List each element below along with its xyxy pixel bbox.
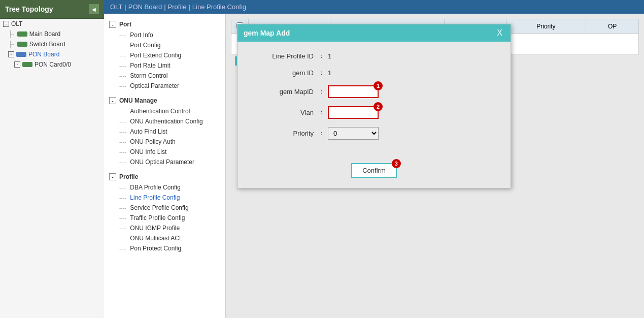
expand-profile-icon: - <box>109 173 116 180</box>
nav-item-port-extend[interactable]: Port Extend Config <box>104 50 225 60</box>
step-badge-2: 2 <box>374 102 383 111</box>
tree-label-mainboard: Main Board <box>29 30 60 38</box>
breadcrumb-sep3: | <box>188 3 190 11</box>
confirm-button[interactable]: Confirm <box>351 163 397 178</box>
gem-id-colon: ： <box>319 69 325 77</box>
breadcrumb-olt: OLT <box>110 3 122 11</box>
board-icon-switchboard <box>17 42 27 47</box>
main-area: OLT | PON Board | Profile | Line Profile… <box>104 0 644 318</box>
tree-item-mainboard[interactable]: ├· Main Board <box>0 29 104 39</box>
modal-title: gem Map Add <box>244 29 290 37</box>
nav-item-onu-policy[interactable]: ONU Policy Auth <box>104 137 225 147</box>
expand-icon-ponboard: + <box>8 51 14 57</box>
nav-item-line-profile[interactable]: Line Profile Config <box>104 193 225 203</box>
nav-item-traffic-profile[interactable]: Traffic Profile Config <box>104 213 225 223</box>
line-profile-id-colon: ： <box>319 52 325 60</box>
gem-map-add-modal: gem Map Add X Line Profile ID ： 1 <box>237 24 511 188</box>
form-row-vlan: Vlan ： 100 2 <box>253 106 495 119</box>
content-area: - Port Port Info Port Config Port Extend… <box>104 14 644 318</box>
form-row-line-profile-id: Line Profile ID ： 1 <box>253 52 495 60</box>
nav-item-dba-profile[interactable]: DBA Profile Config <box>104 182 225 193</box>
vlan-colon: ： <box>319 108 325 117</box>
gem-id-value: 1 <box>328 69 331 77</box>
board-icon-ponboard <box>16 52 26 57</box>
nav-item-optical-param[interactable]: Optical Parameter <box>104 81 225 91</box>
board-icon-poncard <box>22 62 32 67</box>
nav-item-onu-optical[interactable]: ONU Optical Parameter <box>104 157 225 167</box>
line-profile-id-value: 1 <box>328 52 331 60</box>
breadcrumb-sep2: | <box>164 3 165 11</box>
expand-icon-poncard: - <box>14 61 20 68</box>
tree-label-switchboard: Switch Board <box>29 41 65 48</box>
tree-item-ponboard[interactable]: + PON Board <box>0 49 104 59</box>
breadcrumb-ponboard: PON Board <box>128 3 162 11</box>
expand-onu-icon: - <box>109 97 116 104</box>
gem-id-label: gem ID <box>253 69 314 77</box>
breadcrumb: OLT | PON Board | Profile | Line Profile… <box>104 0 644 14</box>
nav-section-port-label: Port <box>119 21 131 28</box>
confirm-btn-wrapper: Confirm 3 <box>351 163 397 178</box>
sidebar: Tree Topology ◀ - OLT ├· Main Board ├· <box>0 0 104 318</box>
breadcrumb-sep1: | <box>124 3 126 11</box>
nav-item-service-profile[interactable]: Service Profile Config <box>104 203 225 213</box>
nav-item-multicast-acl[interactable]: ONU Multicast ACL <box>104 233 225 243</box>
tree-label-poncard: PON Card0/0 <box>35 61 71 68</box>
left-navigation: - Port Port Info Port Config Port Extend… <box>104 14 226 318</box>
tree-label-olt: OLT <box>11 20 22 27</box>
gem-mapid-input-wrapper: 1 1 <box>328 85 379 98</box>
tree-item-poncard[interactable]: - PON Card0/0 <box>0 59 104 70</box>
tree-label-ponboard: PON Board <box>28 51 59 58</box>
tree-item-switchboard[interactable]: ├· Switch Board <box>0 39 104 49</box>
step-badge-1: 1 <box>374 81 383 90</box>
sidebar-title-bar: Tree Topology ◀ <box>0 0 104 19</box>
expand-icon-olt: - <box>3 21 9 27</box>
nav-section-profile-label: Profile <box>119 173 138 180</box>
priority-label: Priority <box>253 130 314 137</box>
nav-item-port-info[interactable]: Port Info <box>104 30 225 40</box>
tree-connector-mainboard: ├· <box>8 30 14 38</box>
expand-port-icon: - <box>109 21 116 28</box>
nav-section-port-header[interactable]: - Port <box>104 19 225 30</box>
nav-item-onu-auth-config[interactable]: ONU Authentication Config <box>104 116 225 126</box>
form-row-gem-mapid: gem MapID ： 1 1 <box>253 85 495 98</box>
nav-section-profile: - Profile DBA Profile Config Line Profil… <box>104 171 225 253</box>
modal-footer: Confirm 3 <box>238 158 511 188</box>
nav-section-profile-header[interactable]: - Profile <box>104 171 225 182</box>
nav-item-pon-protect[interactable]: Pon Protect Config <box>104 243 225 253</box>
line-profile-id-label: Line Profile ID <box>253 52 314 60</box>
gem-mapid-input[interactable]: 1 <box>328 85 379 98</box>
nav-item-port-rate[interactable]: Port Rate Limit <box>104 60 225 71</box>
tree-connector-switchboard: ├· <box>8 41 14 48</box>
gem-mapid-label: gem MapID <box>253 88 314 96</box>
nav-section-port: - Port Port Info Port Config Port Extend… <box>104 19 225 91</box>
table-header-priority: Priority <box>506 19 586 34</box>
sidebar-title-text: Tree Topology <box>5 5 53 13</box>
modal-close-button[interactable]: X <box>495 28 504 38</box>
priority-colon: ： <box>319 129 325 138</box>
nav-item-port-config[interactable]: Port Config <box>104 40 225 50</box>
form-row-gem-id: gem ID ： 1 <box>253 69 495 77</box>
table-header-op: OP <box>586 19 639 34</box>
vlan-input[interactable]: 100 <box>328 106 379 119</box>
sidebar-tree: - OLT ├· Main Board ├· Switch Board + <box>0 19 104 318</box>
nav-item-auto-find[interactable]: Auto Find List <box>104 126 225 137</box>
nav-item-storm-control[interactable]: Storm Control <box>104 71 225 81</box>
nav-section-onu-header[interactable]: - ONU Manage <box>104 95 225 106</box>
modal-header: gem Map Add X <box>238 24 511 42</box>
tree-item-olt[interactable]: - OLT <box>0 19 104 29</box>
vlan-input-wrapper: 100 2 <box>328 106 379 119</box>
breadcrumb-lineconfig: Line Profile Config <box>192 3 246 11</box>
nav-item-auth-control[interactable]: Authentication Control <box>104 106 225 116</box>
breadcrumb-profile: Profile <box>168 3 187 11</box>
modal-body: Line Profile ID ： 1 gem ID ： 1 <box>238 42 511 158</box>
sidebar-toggle-button[interactable]: ◀ <box>89 4 99 14</box>
nav-item-igmp-profile[interactable]: ONU IGMP Profile <box>104 223 225 233</box>
priority-select[interactable]: 0 1 2 3 4 5 6 7 <box>328 127 379 140</box>
form-row-priority: Priority ： 0 1 2 3 4 5 6 <box>253 127 495 140</box>
nav-item-onu-info[interactable]: ONU Info List <box>104 147 225 157</box>
step-badge-3: 3 <box>392 159 401 168</box>
gem-mapid-colon: ： <box>319 87 325 96</box>
nav-section-onu: - ONU Manage Authentication Control ONU … <box>104 95 225 167</box>
vlan-label: Vlan <box>253 109 314 116</box>
nav-section-onu-label: ONU Manage <box>119 97 157 104</box>
